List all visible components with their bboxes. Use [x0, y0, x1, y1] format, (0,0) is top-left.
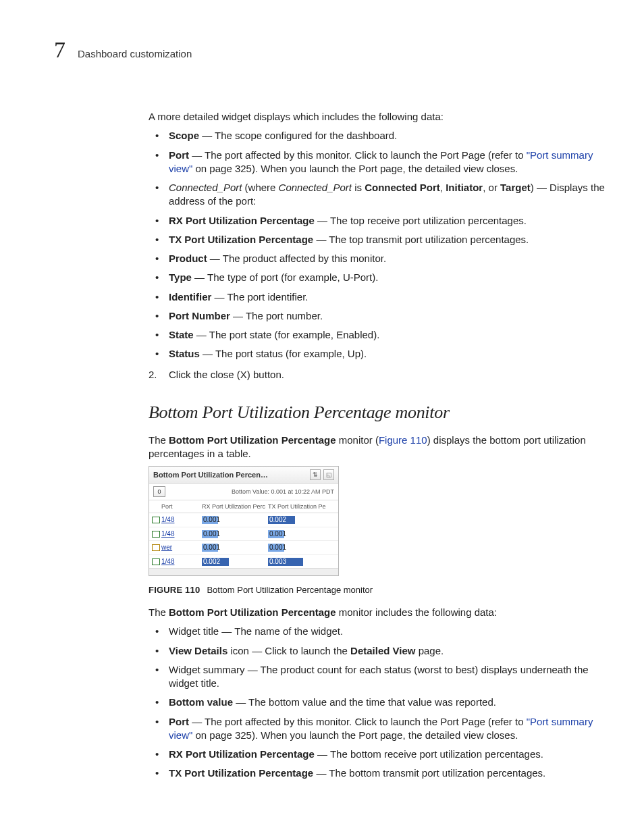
- list-item: Identifier — The port identifier.: [149, 290, 608, 304]
- port-link[interactable]: 1/48: [161, 558, 174, 565]
- tx-cell: 0.003: [268, 558, 336, 566]
- table-row: 1/480.0020.003: [149, 555, 338, 569]
- table-row: wer0.0010.001: [149, 541, 338, 555]
- list-item: TX Port Utilization Percentage — The top…: [149, 233, 608, 246]
- tx-cell: 0.001: [268, 530, 336, 538]
- running-header: 7 Dashboard customization: [54, 37, 590, 63]
- rx-cell: 0.001: [202, 544, 268, 552]
- widget-figure: Bottom Port Utilization Percen… ⇅ ◱ 0 Bo…: [149, 466, 339, 576]
- list-item: RX Port Utilization Percentage — The bot…: [149, 748, 608, 761]
- list-item: Type — The type of port (for example, U-…: [149, 271, 608, 284]
- list-item: Widget summary — The product count for e…: [149, 663, 608, 691]
- col-rx: RX Port Utilization Perc: [202, 502, 268, 511]
- port-status-icon: [152, 544, 160, 551]
- port-status-icon: [152, 558, 160, 565]
- widget-titlebar: Bottom Port Utilization Percen… ⇅ ◱: [149, 467, 338, 484]
- section-heading: Bottom Port Utilization Percentage monit…: [149, 400, 608, 424]
- intro-text: A more detailed widget displays which in…: [149, 110, 608, 124]
- chapter-number: 7: [54, 37, 65, 63]
- list-item: Port — The port affected by this monitor…: [149, 715, 608, 743]
- tx-cell: 0.002: [268, 516, 336, 524]
- port-link[interactable]: 1/48: [161, 516, 174, 523]
- widget-subtitle: Bottom Value: 0.001 at 10:22 AM PDT: [232, 488, 334, 496]
- section-intro: The Bottom Port Utilization Percentage m…: [149, 434, 608, 461]
- port-link[interactable]: wer: [161, 544, 172, 551]
- status-count-badge: 0: [153, 486, 165, 497]
- port-status-icon: [152, 531, 160, 538]
- tx-cell: 0.001: [268, 544, 336, 552]
- table-row: 1/480.0010.001: [149, 527, 338, 542]
- list-item: Scope — The scope configured for the das…: [149, 129, 608, 142]
- widget-subheader: 0 Bottom Value: 0.001 at 10:22 AM PDT: [149, 484, 338, 500]
- popout-icon[interactable]: ◱: [323, 469, 334, 480]
- col-tx: TX Port Utilization Pe: [268, 502, 336, 511]
- rx-cell: 0.002: [202, 558, 268, 566]
- figure-caption: FIGURE 110Bottom Port Utilization Percen…: [149, 584, 608, 596]
- list-item: Connected_Port (where Connected_Port is …: [149, 181, 608, 209]
- page: 7 Dashboard customization A more detaile…: [0, 0, 644, 834]
- link-figure-110[interactable]: Figure 110: [379, 434, 427, 446]
- bullet-list-1: Scope — The scope configured for the das…: [149, 129, 608, 361]
- bullet-list-2: Widget title — The name of the widget. V…: [149, 625, 608, 780]
- list-item: View Details icon — Click to launch the …: [149, 644, 608, 658]
- list-item: Port — The port affected by this monitor…: [149, 149, 608, 176]
- collapse-icon[interactable]: ⇅: [310, 469, 321, 480]
- chapter-title: Dashboard customization: [78, 48, 192, 59]
- list-item: State — The port state (for example, Ena…: [149, 328, 608, 342]
- rx-cell: 0.001: [202, 516, 268, 524]
- table-row: 1/480.0010.002: [149, 513, 338, 527]
- rx-cell: 0.001: [202, 530, 268, 538]
- list-item: TX Port Utilization Percentage — The bot…: [149, 766, 608, 780]
- list-item: Bottom value — The bottom value and the …: [149, 696, 608, 709]
- port-status-icon: [152, 517, 160, 523]
- list-item: Product — The product affected by this m…: [149, 252, 608, 265]
- widget-footer: [149, 568, 338, 575]
- port-link[interactable]: 1/48: [161, 530, 174, 538]
- list-item: RX Port Utilization Percentage — The top…: [149, 214, 608, 228]
- step-item: 2.Click the close (X) button.: [149, 368, 608, 382]
- content-area: A more detailed widget displays which in…: [149, 110, 608, 781]
- step-list: 2.Click the close (X) button.: [149, 368, 608, 382]
- col-port: Port: [161, 502, 202, 511]
- widget-rows: 1/480.0010.0021/480.0010.001wer0.0010.00…: [149, 513, 338, 568]
- list-item: Port Number — The port number.: [149, 309, 608, 323]
- widget-title: Bottom Port Utilization Percen…: [153, 470, 268, 480]
- widget-columns: Port RX Port Utilization Perc TX Port Ut…: [149, 500, 338, 513]
- list-item: Widget title — The name of the widget.: [149, 625, 608, 638]
- section-intro-2: The Bottom Port Utilization Percentage m…: [149, 606, 608, 619]
- list-item: Status — The port status (for example, U…: [149, 347, 608, 361]
